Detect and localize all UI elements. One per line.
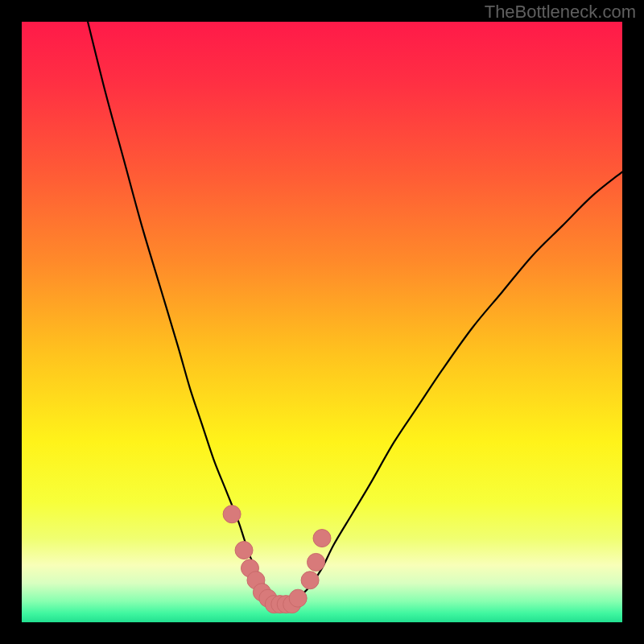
marker-point <box>289 589 307 607</box>
marker-point <box>313 530 331 547</box>
outer-frame: TheBottleneck.com <box>0 0 644 644</box>
marker-point <box>308 553 325 571</box>
plot-area <box>22 22 622 622</box>
marker-point <box>301 572 319 589</box>
marker-point <box>223 506 241 523</box>
marker-point <box>235 541 253 559</box>
bottleneck-chart <box>22 22 622 622</box>
watermark-text: TheBottleneck.com <box>485 2 636 23</box>
